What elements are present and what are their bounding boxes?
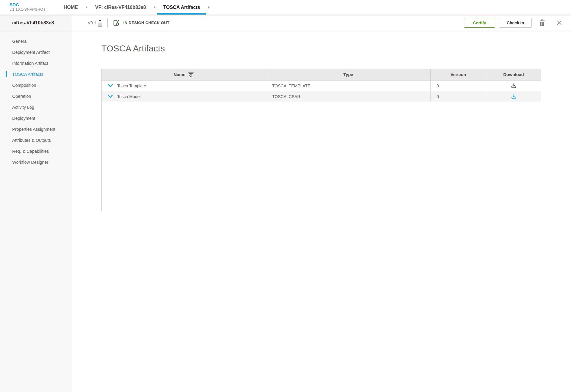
- artifact-download-cell: [486, 91, 541, 102]
- sidebar-item-tosca-artifacts[interactable]: TOSCA Artifacts: [0, 69, 72, 80]
- edit-in-design-icon: [113, 19, 120, 26]
- expand-row-button[interactable]: [108, 84, 113, 88]
- sidebar-item-activity-log[interactable]: Activity Log: [0, 102, 72, 113]
- artifact-name: Tosca Template: [117, 84, 146, 88]
- column-header-name[interactable]: Name: [102, 69, 266, 80]
- certify-button[interactable]: Certify: [464, 18, 495, 28]
- version-spinner[interactable]: [98, 19, 102, 27]
- main-content: TOSCA Artifacts Name Type Version Downlo…: [72, 31, 571, 392]
- delete-button[interactable]: [538, 18, 547, 28]
- breadcrumb-arrow-icon: [208, 6, 210, 9]
- sidebar-item-operation[interactable]: Operation: [0, 91, 72, 102]
- breadcrumb-arrow-icon: [86, 6, 87, 9]
- table-header-row: Name Type Version Download: [102, 69, 541, 81]
- column-header-version[interactable]: Version: [431, 69, 486, 80]
- breadcrumb-home[interactable]: HOME: [59, 0, 82, 15]
- app-logo-title: SDC: [10, 2, 59, 7]
- artifact-type-cell: TOSCA_TEMPLATE: [266, 81, 431, 91]
- download-icon: [511, 83, 517, 89]
- artifact-name-cell: Tosca Model: [102, 91, 266, 102]
- column-header-type[interactable]: Type: [266, 69, 431, 80]
- expand-row-button[interactable]: [108, 95, 113, 98]
- table-row: Tosca Model TOSCA_CSAR 0: [102, 91, 541, 102]
- artifact-version-cell: 0: [431, 91, 486, 102]
- entity-name: ciRes-VF410b83e8: [0, 15, 72, 31]
- column-header-download[interactable]: Download: [486, 69, 541, 80]
- close-button[interactable]: [555, 19, 563, 27]
- trash-icon: [539, 19, 545, 26]
- sidebar-item-properties-assignment[interactable]: Properties Assignment: [0, 124, 72, 135]
- app-version: v.1.16.1-SNAPSHOT: [10, 7, 59, 12]
- sidebar-item-composition[interactable]: Composition: [0, 80, 72, 91]
- top-bar: SDC v.1.16.1-SNAPSHOT HOME VF: ciRes-VF4…: [0, 0, 571, 15]
- toolbar-divider: [107, 18, 108, 27]
- table-row: Tosca Template TOSCA_TEMPLATE 0: [102, 81, 541, 91]
- sidebar-item-workflow-designer[interactable]: Workflow Designer: [0, 157, 72, 168]
- artifact-name-cell: Tosca Template: [102, 81, 266, 91]
- page-title: TOSCA Artifacts: [101, 42, 571, 54]
- chevron-down-icon: [108, 95, 113, 98]
- breadcrumb-tosca-artifacts[interactable]: TOSCA Artifacts: [159, 0, 204, 15]
- sidebar: General Deployment Artifact Information …: [0, 31, 72, 392]
- sidebar-item-information-artifact[interactable]: Information Artifact: [0, 58, 72, 69]
- sidebar-item-attributes-outputs[interactable]: Attributes & Outputs: [0, 135, 72, 146]
- tosca-artifacts-table: Name Type Version Download: [101, 69, 541, 211]
- spinner-down-icon: [98, 19, 102, 23]
- lifecycle-state-label: IN DESIGN CHECK OUT: [123, 21, 170, 25]
- chevron-down-icon: [108, 84, 113, 88]
- version-label: V0.1: [88, 21, 96, 25]
- sort-icon: [188, 73, 194, 77]
- close-icon: [556, 20, 562, 26]
- artifact-type-cell: TOSCA_CSAR: [266, 91, 431, 102]
- artifact-download-cell: [486, 81, 541, 91]
- table-empty-area: [102, 102, 541, 211]
- toolbar: V0.1 IN DESIGN CHECK OUT Certify Check i…: [72, 15, 571, 31]
- download-button[interactable]: [511, 94, 517, 99]
- lifecycle-state: IN DESIGN CHECK OUT: [113, 19, 170, 26]
- toolbar-divider: [551, 18, 551, 27]
- sidebar-item-general[interactable]: General: [0, 36, 72, 47]
- download-button[interactable]: [511, 83, 517, 89]
- breadcrumb-vf[interactable]: VF: ciRes-VF410b83e8: [91, 0, 150, 15]
- sidebar-item-req-capabilities[interactable]: Req. & Capabilities: [0, 146, 72, 157]
- check-in-button[interactable]: Check in: [499, 18, 532, 28]
- sdc-app: SDC v.1.16.1-SNAPSHOT HOME VF: ciRes-VF4…: [0, 0, 571, 392]
- breadcrumb: HOME VF: ciRes-VF410b83e8 TOSCA Artifact…: [59, 0, 213, 15]
- version-selector[interactable]: V0.1: [88, 19, 102, 27]
- sidebar-item-deployment[interactable]: Deployment: [0, 113, 72, 124]
- breadcrumb-arrow-icon: [154, 6, 156, 9]
- app-logo[interactable]: SDC v.1.16.1-SNAPSHOT: [0, 0, 59, 15]
- artifact-version-cell: 0: [431, 81, 486, 91]
- toolbar-row: ciRes-VF410b83e8 V0.1 IN DESIGN CHECK OU…: [0, 15, 571, 31]
- download-icon: [511, 94, 517, 99]
- sidebar-item-deployment-artifact[interactable]: Deployment Artifact: [0, 47, 72, 58]
- artifact-name: Tosca Model: [117, 94, 141, 99]
